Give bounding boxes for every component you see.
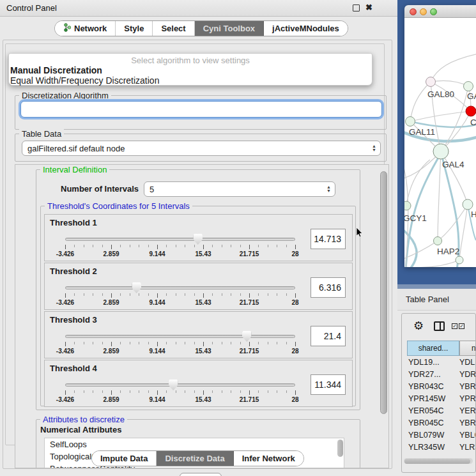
table-panel-title: Table Panel — [406, 295, 449, 304]
table-toolbar: ⚙ ✓ ✓ — [402, 314, 475, 341]
network-node-c[interactable] — [466, 106, 476, 116]
tab-cyni-toolbox[interactable]: Cyni Toolbox — [195, 21, 264, 36]
slider-tick-labels: -3.4262.8599.14415.4321.71528 — [65, 348, 295, 355]
threshold-value-field[interactable]: 14.713 — [311, 229, 346, 249]
control-panel-titlebar: Control Panel ✖ — [0, 0, 397, 17]
network-canvas[interactable]: GAL80GACGAL11GAL4GCY1HHAP2 — [404, 18, 476, 267]
tick-label: 2.859 — [103, 299, 119, 306]
tab-discretize-data[interactable]: Discretize Data — [157, 451, 233, 466]
slider-track[interactable] — [65, 238, 295, 241]
tab-select[interactable]: Select — [153, 21, 194, 36]
table-row[interactable]: YLR345WYLR3 — [402, 441, 476, 453]
node-label-ga: GA — [467, 91, 476, 101]
table-row[interactable]: YER054CYER0 — [402, 404, 476, 417]
close-traffic-light[interactable] — [410, 8, 417, 15]
threshold-label: Threshold 2 — [50, 266, 97, 276]
table-row[interactable]: YIL052CYIL0 — [402, 453, 476, 456]
vertical-scrollbar[interactable] — [380, 171, 387, 414]
tab-jactivemnodules[interactable]: jActiveMNodules — [264, 21, 348, 36]
tab-infer-network[interactable]: Infer Network — [234, 451, 303, 466]
tick-label: 9.144 — [149, 299, 165, 306]
tab-style[interactable]: Style — [116, 21, 153, 36]
threshold-slider[interactable]: -3.4262.8599.14415.4321.71528 — [65, 286, 295, 289]
threshold-slider[interactable]: -3.4262.8599.14415.4321.71528 — [65, 335, 295, 338]
table-data-select[interactable]: galFiltered.sif default node ▲▼ — [22, 141, 381, 156]
slider-track[interactable] — [65, 383, 295, 387]
cell-shared-name: YDR27... — [402, 370, 453, 379]
network-node-ga[interactable] — [464, 82, 473, 91]
discretization-algorithm-group: Discretization Algorithm — [15, 95, 387, 130]
table-row[interactable]: YBL079WYBL0 — [402, 429, 476, 441]
tab-label: Cyni Toolbox — [203, 24, 255, 33]
slider-tick-labels: -3.4262.8599.14415.4321.71528 — [65, 396, 295, 403]
network-edge — [404, 241, 438, 259]
apply-button[interactable]: Apply — [180, 473, 222, 476]
slider-thumb[interactable] — [132, 282, 141, 293]
tab-label: Network — [74, 24, 107, 33]
network-node-partial[interactable] — [456, 256, 463, 264]
close-icon[interactable]: ✖ — [365, 3, 372, 12]
network-node-hap2[interactable] — [434, 237, 442, 245]
tick-label: -3.426 — [56, 299, 74, 306]
columns-icon[interactable] — [434, 321, 445, 331]
slider-tick-labels: -3.4262.8599.14415.4321.71528 — [65, 299, 295, 306]
dropdown-option-equal-width-frequency-discretization[interactable]: Equal Width/Frequency Discretization — [10, 75, 159, 86]
gear-icon[interactable]: ⚙ — [413, 319, 424, 332]
table-row[interactable]: YPR145WYPR1 — [402, 392, 476, 404]
mouse-cursor — [357, 227, 364, 240]
slider-thumb[interactable] — [169, 380, 178, 390]
attribute-item[interactable]: SelfLoops — [45, 438, 344, 450]
tab-network[interactable]: Network — [55, 21, 116, 36]
select-columns-icon[interactable]: ✓ ✓ — [452, 323, 464, 329]
algorithm-select[interactable] — [20, 101, 382, 118]
spinner-arrows-icon[interactable]: ▲▼ — [326, 185, 331, 193]
node-label-gal80: GAL80 — [427, 89, 454, 99]
dropdown-placeholder: Select algorithm to view settings — [9, 56, 372, 65]
threshold-value-field[interactable]: 6.316 — [311, 277, 346, 298]
tick-label: 28 — [291, 299, 298, 306]
settings-scrollpane: Interval Definition Number of Intervals … — [15, 164, 389, 468]
table-row[interactable]: YBR043CYBR0 — [402, 380, 476, 392]
table-data-value: galFiltered.sif default node — [27, 144, 125, 153]
tab-impute-data[interactable]: Impute Data — [92, 451, 157, 466]
number-of-intervals-select[interactable]: 5 ▲▼ — [144, 181, 335, 197]
node-label-gal4: GAL4 — [442, 160, 464, 169]
network-edge — [410, 121, 476, 127]
slider-track[interactable] — [65, 286, 295, 289]
horizontal-scrollbar-thumb[interactable] — [404, 459, 470, 464]
column-header-n[interactable]: n — [459, 341, 476, 356]
table-row[interactable]: YDL19...YDL1 — [402, 356, 476, 368]
threshold-slider[interactable]: -3.4262.8599.14415.4321.71528 — [65, 383, 295, 387]
threshold-value-field[interactable]: 11.344 — [311, 374, 346, 395]
slider-ticks — [65, 293, 295, 298]
list-scrollbar[interactable] — [337, 440, 343, 457]
threshold-slider[interactable]: -3.4262.8599.14415.4321.71528 — [65, 238, 295, 241]
table-row[interactable]: YDR27...YDR2 — [402, 368, 476, 380]
slider-track[interactable] — [65, 335, 295, 338]
slider-thumb[interactable] — [193, 234, 203, 245]
minimize-traffic-light[interactable] — [420, 8, 427, 15]
network-node-gal80[interactable] — [426, 77, 436, 87]
slider-thumb[interactable] — [242, 331, 252, 342]
cell-shared-name: YBR043C — [402, 382, 453, 391]
cell-name: YBR0 — [453, 418, 476, 427]
network-window-titlebar — [404, 5, 476, 18]
dropdown-option-manual-discretization[interactable]: Manual Discretization — [10, 65, 102, 75]
spinner-arrows-icon[interactable]: ▲▼ — [372, 144, 376, 152]
cell-name: YER0 — [453, 406, 476, 415]
table-row[interactable]: YBR045CYBR0 — [402, 417, 476, 429]
float-window-icon[interactable] — [353, 4, 360, 12]
network-node-gal11[interactable] — [406, 117, 415, 127]
slider-tick-labels: -3.4262.8599.14415.4321.71528 — [65, 250, 295, 257]
network-node-h[interactable] — [463, 199, 473, 210]
tick-label: 2.859 — [103, 250, 119, 257]
network-node-gal4[interactable] — [433, 144, 449, 159]
threshold-value-field[interactable]: 21.4 — [311, 326, 346, 346]
column-header-shared[interactable]: shared... — [407, 341, 459, 356]
tick-label: -3.426 — [56, 250, 74, 257]
horizontal-scrollbar[interactable] — [404, 458, 473, 464]
tick-label: 28 — [291, 250, 298, 257]
node-label-c: C — [470, 118, 476, 127]
network-node-gcy1[interactable] — [404, 201, 411, 210]
zoom-traffic-light[interactable] — [430, 8, 437, 15]
